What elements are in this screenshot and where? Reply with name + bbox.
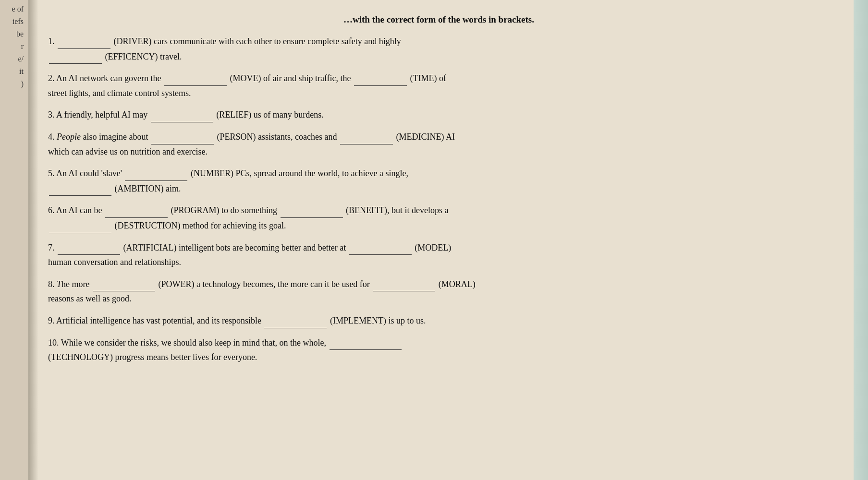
- sidebar-label-4: r: [2, 42, 26, 51]
- ex6-clue3: (DESTRUCTION) method for achieving its g…: [115, 221, 286, 230]
- exercise-4: 4. People also imagine about (PERSON) as…: [48, 129, 830, 159]
- sidebar-label-7: ): [2, 80, 26, 88]
- ex3-clue1: (RELIEF) us of many burdens.: [216, 110, 323, 120]
- sidebar-label-2: iefs: [2, 17, 26, 26]
- ex2-clue1: (MOVE) of air and ship traffic, the: [230, 73, 351, 83]
- exercise-2: 2. An AI network can govern the (MOVE) o…: [48, 71, 830, 100]
- ex6-blank2: [281, 203, 343, 218]
- ex7-blank2: [349, 240, 412, 255]
- left-sidebar: e of iefs be r e/ it ): [0, 0, 29, 480]
- exercise-5: 5. An AI could 'slave' (NUMBER) PCs, spr…: [48, 166, 830, 196]
- ex3-blank1: [151, 107, 213, 122]
- ex4-blank1: [151, 129, 214, 144]
- ex8-line2: reasons as well as good.: [48, 294, 131, 303]
- ex8-blank1: [93, 276, 155, 292]
- ex8-clue2: (MORAL): [439, 279, 476, 289]
- ex6-blank1: [105, 203, 168, 218]
- instruction-header: …with the correct form of the words in b…: [48, 14, 830, 25]
- ex9-number: 9. Artificial intelligence has vast pote…: [48, 316, 261, 325]
- ex6-number: 6. An AI can be: [48, 205, 102, 215]
- ex2-blank2: [354, 71, 407, 86]
- ex5-blank2: [49, 181, 111, 196]
- ex7-clue2: (MODEL): [415, 243, 451, 252]
- ex2-blank1: [164, 71, 227, 86]
- exercise-3: 3. A friendly, helpful AI may (RELIEF) u…: [48, 107, 830, 122]
- ex8-number: 8. The more: [48, 279, 90, 289]
- ex2-line2: street lights, and climate control syste…: [48, 88, 191, 98]
- main-content: …with the correct form of the words in b…: [29, 0, 854, 480]
- ex2-number: 2. An AI network can govern the: [48, 73, 161, 83]
- page-shadow: [29, 0, 38, 480]
- exercise-1: 1. (DRIVER) cars communicate with each o…: [48, 34, 830, 64]
- ex4-clue2: (MEDICINE) AI: [396, 132, 454, 142]
- ex1-blank1: [58, 34, 110, 49]
- exercise-7: 7. (ARTIFICIAL) intelligent bots are bec…: [48, 240, 830, 270]
- ex1-number: 1.: [48, 36, 55, 46]
- sidebar-label-1: e of: [2, 5, 26, 13]
- ex4-line2: which can advise us on nutrition and exe…: [48, 147, 208, 156]
- ex7-blank1: [58, 240, 120, 255]
- ex5-blank1: [125, 166, 187, 181]
- exercise-9: 9. Artificial intelligence has vast pote…: [48, 313, 830, 328]
- exercise-6: 6. An AI can be (PROGRAM) to do somethin…: [48, 203, 830, 233]
- ex6-clue1: (PROGRAM) to do something: [171, 205, 277, 215]
- ex2-clue2: (TIME) of: [410, 73, 446, 83]
- ex10-blank1: [330, 335, 402, 350]
- ex7-clue1: (ARTIFICIAL) intelligent bots are becomi…: [123, 243, 346, 252]
- sidebar-label-6: it: [2, 67, 26, 76]
- ex8-clue1: (POWER) a technology becomes, the more c…: [159, 279, 370, 289]
- ex4-clue1: (PERSON) assistants, coaches and: [217, 132, 337, 142]
- ex6-clue2: (BENEFIT), but it develops a: [346, 205, 448, 215]
- ex7-number: 7.: [48, 243, 55, 252]
- ex1-clue1: (DRIVER) cars communicate with each othe…: [114, 36, 401, 46]
- exercise-8: 8. The more (POWER) a technology becomes…: [48, 276, 830, 306]
- exercise-10: 10. While we consider the risks, we shou…: [48, 335, 830, 365]
- sidebar-label-5: e/: [2, 55, 26, 63]
- ex10-clue1: (TECHNOLOGY) progress means better lives…: [48, 352, 257, 362]
- ex9-clue1: (IMPLEMENT) is up to us.: [330, 316, 426, 325]
- ex9-blank1: [264, 313, 327, 328]
- ex5-number: 5. An AI could 'slave': [48, 168, 122, 178]
- sidebar-label-3: be: [2, 30, 26, 38]
- ex4-blank2: [340, 129, 393, 144]
- instruction-prefix-ellipsis: …with the: [343, 14, 384, 24]
- ex4-number: 4. People also imagine about: [48, 132, 148, 142]
- ex10-number: 10. While we consider the risks, we shou…: [48, 338, 326, 348]
- ex6-blank3: [49, 218, 111, 233]
- ex8-blank2: [373, 276, 435, 292]
- right-edge: [854, 0, 868, 480]
- ex1-clue2: (EFFICENCY) travel.: [105, 52, 182, 61]
- ex7-line2: human conversation and relationships.: [48, 257, 181, 267]
- ex5-clue2: (AMBITION) aim.: [115, 184, 181, 193]
- ex5-clue1: (NUMBER) PCs, spread around the world, t…: [191, 168, 408, 178]
- instruction-bold: correct form of the words in brackets.: [387, 14, 534, 24]
- ex1-blank2: [49, 49, 102, 64]
- ex3-number: 3. A friendly, helpful AI may: [48, 110, 147, 120]
